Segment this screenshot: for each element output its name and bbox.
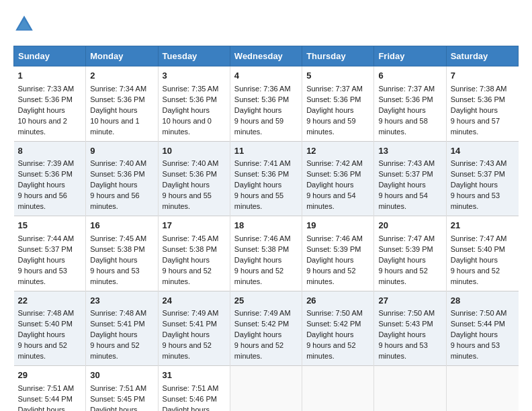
calendar-cell: 1Sunrise: 7:33 AMSunset: 5:36 PMDaylight… xyxy=(14,66,86,142)
daylight-value: 9 hours and 52 minutes. xyxy=(90,341,139,360)
calendar-week-5: 29Sunrise: 7:51 AMSunset: 5:44 PMDayligh… xyxy=(14,366,519,411)
daylight-value: 9 hours and 55 minutes. xyxy=(163,191,212,210)
daylight-label: Daylight hours xyxy=(306,256,353,264)
header-tuesday: Tuesday xyxy=(158,46,230,66)
daylight-label: Daylight hours xyxy=(306,330,353,338)
sunrise-label: Sunrise: 7:47 AM xyxy=(451,234,507,242)
sunset-label: Sunset: 5:36 PM xyxy=(451,95,505,103)
sunrise-label: Sunrise: 7:45 AM xyxy=(163,234,219,242)
sunset-label: Sunset: 5:38 PM xyxy=(234,245,289,253)
sunrise-label: Sunrise: 7:33 AM xyxy=(18,85,75,93)
day-number: 14 xyxy=(451,145,515,158)
calendar-cell: 16Sunrise: 7:45 AMSunset: 5:38 PMDayligh… xyxy=(86,216,158,291)
day-number: 19 xyxy=(306,220,369,232)
sunset-label: Sunset: 5:36 PM xyxy=(306,95,361,103)
daylight-value: 9 hours and 52 minutes. xyxy=(378,267,427,285)
sunrise-label: Sunrise: 7:46 AM xyxy=(234,234,291,242)
calendar-cell: 5Sunrise: 7:37 AMSunset: 5:36 PMDaylight… xyxy=(302,66,374,142)
sunrise-label: Sunrise: 7:35 AM xyxy=(163,85,219,93)
calendar-cell: 8Sunrise: 7:39 AMSunset: 5:36 PMDaylight… xyxy=(14,141,86,216)
calendar-cell: 15Sunrise: 7:44 AMSunset: 5:37 PMDayligh… xyxy=(14,216,86,291)
calendar-cell: 23Sunrise: 7:48 AMSunset: 5:41 PMDayligh… xyxy=(86,291,158,366)
logo xyxy=(13,13,38,35)
daylight-label: Daylight hours xyxy=(451,330,498,338)
day-number: 27 xyxy=(378,295,441,308)
calendar-cell: 31Sunrise: 7:51 AMSunset: 5:46 PMDayligh… xyxy=(158,366,230,411)
calendar-week-4: 22Sunrise: 7:48 AMSunset: 5:40 PMDayligh… xyxy=(14,291,519,366)
day-number: 7 xyxy=(451,70,515,83)
header-friday: Friday xyxy=(374,46,446,66)
calendar-cell: 4Sunrise: 7:36 AMSunset: 5:36 PMDaylight… xyxy=(230,66,302,142)
calendar-cell: 25Sunrise: 7:49 AMSunset: 5:42 PMDayligh… xyxy=(230,291,302,366)
sunset-label: Sunset: 5:38 PM xyxy=(163,245,217,253)
sunrise-label: Sunrise: 7:37 AM xyxy=(306,85,363,93)
page-header xyxy=(13,13,519,35)
calendar-cell: 7Sunrise: 7:38 AMSunset: 5:36 PMDaylight… xyxy=(446,66,518,142)
daylight-label: Daylight hours xyxy=(90,181,137,189)
daylight-value: 9 hours and 52 minutes. xyxy=(234,341,283,360)
calendar-cell: 18Sunrise: 7:46 AMSunset: 5:38 PMDayligh… xyxy=(230,216,302,291)
header-thursday: Thursday xyxy=(302,46,374,66)
sunset-label: Sunset: 5:36 PM xyxy=(18,170,73,178)
calendar-cell xyxy=(230,366,302,411)
day-number: 3 xyxy=(163,70,226,83)
calendar-cell xyxy=(302,366,374,411)
daylight-value: 9 hours and 53 minutes. xyxy=(451,341,500,360)
calendar-cell: 22Sunrise: 7:48 AMSunset: 5:40 PMDayligh… xyxy=(14,291,86,366)
calendar-week-3: 15Sunrise: 7:44 AMSunset: 5:37 PMDayligh… xyxy=(14,216,519,291)
day-number: 30 xyxy=(90,369,153,382)
sunset-label: Sunset: 5:40 PM xyxy=(451,245,505,253)
daylight-value: 9 hours and 59 minutes. xyxy=(234,117,283,136)
calendar-cell: 26Sunrise: 7:50 AMSunset: 5:42 PMDayligh… xyxy=(302,291,374,366)
calendar-cell: 20Sunrise: 7:47 AMSunset: 5:39 PMDayligh… xyxy=(374,216,446,291)
sunrise-label: Sunrise: 7:48 AM xyxy=(18,309,75,317)
sunrise-label: Sunrise: 7:43 AM xyxy=(451,159,507,167)
day-number: 4 xyxy=(234,70,298,83)
daylight-label: Daylight hours xyxy=(306,181,353,189)
sunset-label: Sunset: 5:36 PM xyxy=(234,170,289,178)
sunset-label: Sunset: 5:41 PM xyxy=(90,320,144,328)
calendar-cell: 21Sunrise: 7:47 AMSunset: 5:40 PMDayligh… xyxy=(446,216,518,291)
daylight-value: 9 hours and 52 minutes. xyxy=(451,267,500,285)
day-number: 1 xyxy=(18,70,82,83)
calendar-cell: 19Sunrise: 7:46 AMSunset: 5:39 PMDayligh… xyxy=(302,216,374,291)
sunset-label: Sunset: 5:36 PM xyxy=(306,170,361,178)
day-number: 22 xyxy=(18,295,82,308)
calendar-cell xyxy=(446,366,518,411)
day-number: 24 xyxy=(163,295,226,308)
daylight-label: Daylight hours xyxy=(451,256,498,264)
sunrise-label: Sunrise: 7:41 AM xyxy=(234,159,291,167)
daylight-label: Daylight hours xyxy=(163,181,210,189)
calendar-cell: 14Sunrise: 7:43 AMSunset: 5:37 PMDayligh… xyxy=(446,141,518,216)
calendar-cell xyxy=(374,366,446,411)
daylight-value: 9 hours and 53 minutes. xyxy=(90,267,139,285)
day-number: 9 xyxy=(90,145,153,158)
daylight-value: 10 hours and 2 minutes. xyxy=(18,117,67,136)
sunrise-label: Sunrise: 7:45 AM xyxy=(90,234,146,242)
sunset-label: Sunset: 5:42 PM xyxy=(306,320,361,328)
daylight-value: 9 hours and 52 minutes. xyxy=(234,267,283,285)
daylight-label: Daylight hours xyxy=(163,256,210,264)
calendar-cell: 12Sunrise: 7:42 AMSunset: 5:36 PMDayligh… xyxy=(302,141,374,216)
sunset-label: Sunset: 5:36 PM xyxy=(90,170,144,178)
day-number: 31 xyxy=(163,369,226,382)
sunrise-label: Sunrise: 7:40 AM xyxy=(90,159,146,167)
calendar-cell: 13Sunrise: 7:43 AMSunset: 5:37 PMDayligh… xyxy=(374,141,446,216)
day-number: 29 xyxy=(18,369,82,382)
calendar-cell: 28Sunrise: 7:50 AMSunset: 5:44 PMDayligh… xyxy=(446,291,518,366)
daylight-label: Daylight hours xyxy=(18,256,65,264)
daylight-label: Daylight hours xyxy=(90,330,137,338)
sunset-label: Sunset: 5:37 PM xyxy=(451,170,505,178)
daylight-value: 9 hours and 52 minutes. xyxy=(163,341,212,360)
sunrise-label: Sunrise: 7:49 AM xyxy=(234,309,291,317)
daylight-label: Daylight hours xyxy=(234,181,281,189)
daylight-value: 9 hours and 54 minutes. xyxy=(306,191,355,210)
daylight-value: 9 hours and 56 minutes. xyxy=(18,191,67,210)
sunrise-label: Sunrise: 7:50 AM xyxy=(451,309,507,317)
daylight-label: Daylight hours xyxy=(163,406,210,411)
daylight-label: Daylight hours xyxy=(378,256,425,264)
daylight-label: Daylight hours xyxy=(378,181,425,189)
sunset-label: Sunset: 5:36 PM xyxy=(18,95,73,103)
sunrise-label: Sunrise: 7:38 AM xyxy=(451,85,507,93)
daylight-label: Daylight hours xyxy=(451,181,498,189)
